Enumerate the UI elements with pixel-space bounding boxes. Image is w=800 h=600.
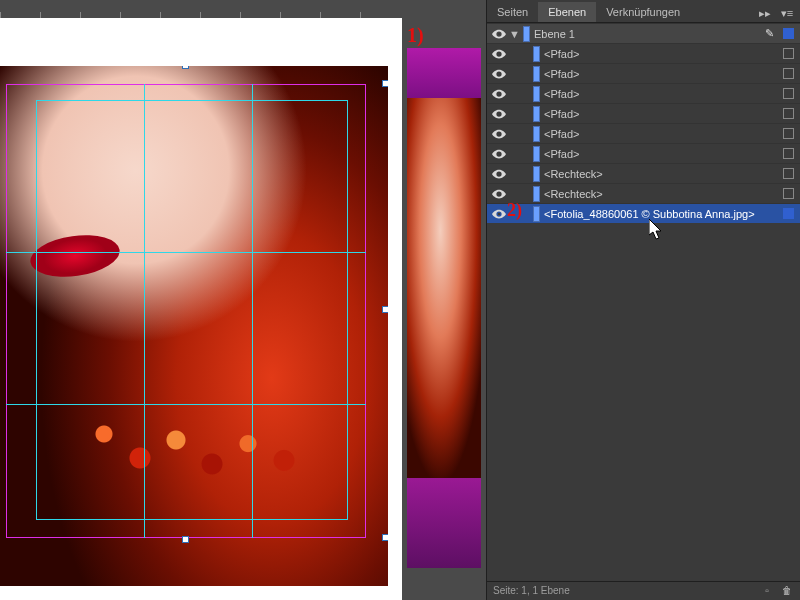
guide-horizontal-2[interactable] [6,404,366,405]
visibility-toggle-icon[interactable] [491,86,507,102]
svg-point-9 [498,212,501,215]
sublayer-name: <Rechteck> [544,168,796,180]
selection-indicator-icon[interactable] [783,208,794,219]
selection-frame-inner[interactable] [36,100,348,520]
sublayer-name: <Pfad> [544,128,796,140]
selection-indicator-icon[interactable] [783,188,794,199]
visibility-toggle-icon[interactable] [491,206,507,222]
sublayer-name: <Pfad> [544,48,796,60]
svg-point-6 [498,152,501,155]
annotation-1: 1) [407,24,424,47]
selection-indicator-icon[interactable] [783,68,794,79]
layer-row-parent[interactable]: ▼ Ebene 1 ✎ [487,23,800,43]
visibility-toggle-icon[interactable] [491,146,507,162]
handle-bottom[interactable] [182,536,189,543]
selection-indicator-icon[interactable] [783,48,794,59]
layer-color-swatch [533,66,540,82]
layer-subitem[interactable]: <Rechteck> [487,183,800,203]
layer-color-swatch [533,146,540,162]
layer-color-swatch [533,206,540,222]
layer-subitem[interactable]: <Fotolia_48860061 © Subbotina Anna.jpg> [487,203,800,223]
annotation-2: 2) [507,200,522,221]
visibility-toggle-icon[interactable] [491,66,507,82]
selection-indicator-icon[interactable] [783,88,794,99]
layer-color-swatch [523,26,530,42]
svg-point-4 [498,112,501,115]
layer-color-swatch [533,126,540,142]
canvas-area[interactable]: 340350360370380390400410420430 [0,0,402,600]
svg-point-2 [498,72,501,75]
handle-top-right[interactable] [382,80,388,87]
visibility-toggle-icon[interactable] [491,166,507,182]
guide-vertical-2[interactable] [252,84,253,538]
handle-right[interactable] [382,306,388,313]
tab-links[interactable]: Verknüpfungen [596,2,690,22]
layer-color-swatch [533,186,540,202]
disclosure-triangle-icon[interactable]: ▼ [509,28,519,40]
layer-color-swatch [533,46,540,62]
guide-horizontal-1[interactable] [6,252,366,253]
handle-bottom-right[interactable] [382,534,388,541]
guide-vertical-1[interactable] [144,84,145,538]
layer-color-swatch [533,166,540,182]
layer-subitem[interactable]: <Rechteck> [487,163,800,183]
tab-layers[interactable]: Ebenen [538,2,596,22]
sublayer-name: <Pfad> [544,68,796,80]
placed-image[interactable] [0,66,388,586]
selection-indicator-icon[interactable] [783,108,794,119]
visibility-toggle-icon[interactable] [491,26,507,42]
layer-subitem[interactable]: <Pfad> [487,103,800,123]
panel-menu-icon[interactable]: ▾≡ [778,4,796,22]
layer-color-swatch [533,86,540,102]
sublayer-name: <Pfad> [544,88,796,100]
sublayer-name: <Rechteck> [544,188,796,200]
panel-tabs: Seiten Ebenen Verknüpfungen ▸▸ ▾≡ [487,0,800,23]
panel-collapse-icon[interactable]: ▸▸ [756,4,774,22]
new-layer-icon[interactable]: ▫ [760,584,774,598]
sublayer-name: <Pfad> [544,108,796,120]
sublayer-name: <Fotolia_48860061 © Subbotina Anna.jpg> [544,208,796,220]
layer-subitem[interactable]: <Pfad> [487,123,800,143]
svg-point-3 [498,92,501,95]
second-page-preview[interactable]: 1) [402,0,486,600]
selection-indicator-icon[interactable] [783,148,794,159]
svg-point-0 [498,32,501,35]
layers-list: ▼ Ebene 1 ✎ <Pfad><Pfad><Pfad><Pfad><Pfa… [487,23,800,581]
visibility-toggle-icon[interactable] [491,46,507,62]
horizontal-ruler: 340350360370380390400410420430 [0,0,402,18]
tab-pages[interactable]: Seiten [487,2,538,22]
svg-point-5 [498,132,501,135]
svg-point-1 [498,52,501,55]
selection-indicator-icon[interactable] [783,28,794,39]
layers-panel: Seiten Ebenen Verknüpfungen ▸▸ ▾≡ ▼ Eben… [486,0,800,600]
delete-layer-icon[interactable]: 🗑 [780,584,794,598]
status-text: Seite: 1, 1 Ebene [493,582,570,600]
active-layer-pen-icon: ✎ [765,27,774,40]
layer-subitem[interactable]: <Pfad> [487,63,800,83]
layer-subitem[interactable]: <Pfad> [487,143,800,163]
svg-point-8 [498,192,501,195]
visibility-toggle-icon[interactable] [491,126,507,142]
visibility-toggle-icon[interactable] [491,186,507,202]
svg-point-7 [498,172,501,175]
layer-color-swatch [533,106,540,122]
selection-indicator-icon[interactable] [783,128,794,139]
layer-subitem[interactable]: <Pfad> [487,83,800,103]
handle-top[interactable] [182,66,189,69]
visibility-toggle-icon[interactable] [491,106,507,122]
layer-name: Ebene 1 [534,28,796,40]
layer-subitem[interactable]: <Pfad> [487,43,800,63]
selection-indicator-icon[interactable] [783,168,794,179]
sublayer-name: <Pfad> [544,148,796,160]
panel-status-bar: Seite: 1, 1 Ebene ▫ 🗑 [487,581,800,600]
